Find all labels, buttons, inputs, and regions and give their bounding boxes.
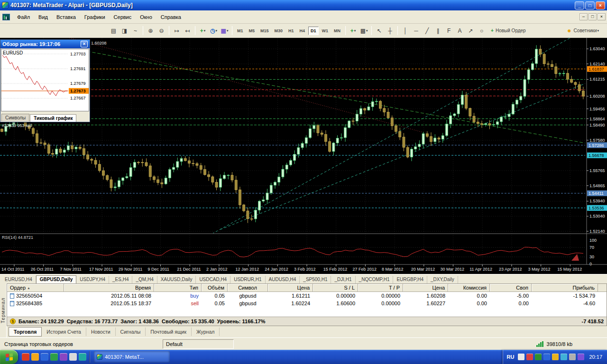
add-indicator-button[interactable]: +▾ — [348, 26, 358, 36]
arrow-tools-button[interactable]: ↗ — [466, 26, 476, 36]
terminal-tab-news[interactable]: Новости — [86, 328, 116, 336]
chart-tab-audusd-h4[interactable]: AUDUSD,H4 — [266, 276, 300, 283]
timeframe-d1[interactable]: D1 — [308, 27, 319, 35]
templates-button[interactable]: ▦▾ — [220, 26, 230, 36]
terminal-col-time[interactable]: Время — [64, 284, 154, 291]
timeframe-m15[interactable]: M15 — [258, 27, 271, 35]
menu-item-3[interactable]: Графики — [80, 12, 110, 22]
candlestick-chart-button[interactable]: ◨ — [120, 26, 129, 36]
minimize-button[interactable]: _ — [575, 1, 584, 9]
terminal-tab-trade[interactable]: Торговля — [9, 327, 42, 337]
chart-tab-dxy-daily[interactable]: _DXY,Daily — [427, 276, 458, 283]
menu-item-6[interactable]: Справка — [156, 12, 185, 22]
terminal-col-price[interactable]: Цена — [403, 284, 448, 291]
terminal-col-symbol[interactable]: Символ — [228, 284, 268, 291]
menu-item-5[interactable]: Окно — [136, 12, 156, 22]
tray-icon-5[interactable] — [552, 354, 559, 360]
text-label-button[interactable]: A — [455, 26, 465, 36]
channel-button[interactable]: ∥ — [433, 26, 443, 36]
zoom-in-button[interactable]: ⊕ — [146, 26, 156, 36]
chart-tab-sp500-h1[interactable]: _SP500,H1 — [300, 276, 331, 283]
terminal-col-swap[interactable]: Своп — [490, 284, 532, 291]
market-watch-tab-symbols[interactable]: Символы — [1, 114, 29, 121]
timeframe-mn[interactable]: MN — [331, 27, 343, 35]
tray-icon-1[interactable] — [518, 354, 524, 360]
mdi-restore-button[interactable]: □ — [589, 13, 597, 20]
terminal-col-profit[interactable]: Прибыль — [532, 284, 598, 291]
quick-launch-icon-6[interactable] — [69, 353, 77, 361]
taskbar-task-metatrader[interactable]: 401307: MetaT... — [94, 351, 170, 363]
timeframe-m1[interactable]: M1 — [235, 27, 246, 35]
gbpusd-daily-chart[interactable]: RSI(14) 44.87211.630401.621401.612151.60… — [0, 38, 607, 274]
menu-item-1[interactable]: Вид — [34, 12, 52, 22]
terminal-col-order[interactable]: Ордер▲ — [7, 284, 64, 291]
start-button[interactable] — [0, 350, 18, 364]
advisors-button[interactable]: ☻Советники▾ — [563, 26, 602, 36]
chart-tab-gbpusd-daily[interactable]: GBPUSD,Daily — [36, 275, 76, 283]
auto-scroll-button[interactable]: ↦ — [172, 26, 182, 36]
quick-launch-icon-5[interactable] — [60, 353, 67, 361]
terminal-side-caption[interactable]: Терминал — [0, 283, 7, 337]
chart-tab-dji-h1[interactable]: _DJI,H1 — [331, 276, 355, 283]
tray-icon-8[interactable] — [578, 354, 584, 360]
tray-icon-2[interactable] — [526, 354, 533, 360]
periods-button[interactable]: ◷▾ — [209, 26, 219, 36]
chart-tab-eurgbp-h4[interactable]: EURGBP,H4 — [393, 276, 427, 283]
menu-item-4[interactable]: Сервис — [110, 12, 136, 22]
timeframe-w1[interactable]: W1 — [320, 27, 331, 35]
mdi-minimize-button[interactable]: – — [579, 13, 588, 20]
terminal-tab-journal[interactable]: Журнал — [192, 328, 220, 336]
tray-icon-4[interactable] — [543, 354, 550, 360]
chart-tab-qm-h4[interactable]: _QM,H4 — [132, 276, 157, 283]
line-chart-button[interactable]: ~ — [130, 26, 140, 36]
timeframe-m30[interactable]: M30 — [272, 27, 285, 35]
horizontal-line-button[interactable]: ─ — [411, 26, 421, 36]
timeframe-m5[interactable]: M5 — [247, 27, 258, 35]
profile-selector[interactable]: Default — [163, 339, 234, 349]
zoom-out-button[interactable]: ⊖ — [156, 26, 166, 36]
terminal-col-type[interactable]: Тип — [154, 284, 202, 291]
chart-tab-usdcad-h4[interactable]: USDCAD,H4 — [196, 276, 230, 283]
quick-launch-icon-4[interactable] — [50, 353, 58, 361]
tray-icon-3[interactable] — [535, 354, 542, 360]
tray-icon-7[interactable] — [569, 354, 576, 360]
close-button[interactable]: × — [596, 1, 605, 9]
chart-shift-button[interactable]: ↤ — [183, 26, 193, 36]
shapes-button[interactable]: ○ — [477, 26, 487, 36]
timeframe-h1[interactable]: H1 — [286, 27, 296, 35]
chart-system-menu-icon[interactable] — [2, 14, 10, 20]
template-presets-button[interactable]: ▩▾ — [359, 26, 369, 36]
chart-tab-nqcomp-h1[interactable]: _NQCOMP,H1 — [356, 276, 394, 283]
quick-launch-icon-1[interactable] — [22, 353, 29, 361]
tray-icon-6[interactable] — [561, 354, 567, 360]
terminal-col-tp[interactable]: T / P — [358, 284, 403, 291]
quick-launch-icon-2[interactable] — [31, 353, 39, 361]
terminal-tab-mailbox[interactable]: Почтовый ящик — [146, 328, 192, 336]
quick-launch-icon-7[interactable] — [79, 353, 86, 361]
new-order-button[interactable]: +Новый Ордер — [487, 26, 529, 36]
maximize-button[interactable]: □ — [585, 1, 595, 9]
order-row[interactable]: 3256505042012.05.11 08:08buy0.05gbpusd1.… — [7, 292, 607, 300]
chart-tab-usdrur-h1[interactable]: USDRUR,H1 — [230, 276, 265, 283]
chart-tab-es-h4[interactable]: _ES,H4 — [109, 276, 132, 283]
market-watch-window[interactable]: Обзор рынка: 19:17:06 × EURUSD 1.277031.… — [0, 39, 90, 122]
terminal-col-open_price[interactable]: Цена — [268, 284, 313, 291]
quick-launch-icon-3[interactable] — [41, 353, 48, 361]
terminal-col-volume[interactable]: Объём — [202, 284, 228, 291]
chart-tab-xauusd-daily[interactable]: XAUUSD,Daily — [157, 276, 196, 283]
terminal-tab-signals[interactable]: Сигналы — [116, 328, 146, 336]
market-watch-title-bar[interactable]: Обзор рынка: 19:17:06 × — [0, 40, 90, 48]
bar-chart-button[interactable]: ▤ — [109, 26, 119, 36]
vertical-line-button[interactable]: │ — [400, 26, 410, 36]
fibonacci-button[interactable]: F — [444, 26, 454, 36]
tick-chart-panel[interactable]: EURUSD 1.277031.276911.276791.276671.276… — [1, 49, 89, 111]
timeframe-h4[interactable]: H4 — [297, 27, 308, 35]
chart-tab-usdjpy-h4[interactable]: USDJPY,H4 — [76, 276, 109, 283]
menu-item-0[interactable]: Файл — [13, 12, 34, 22]
terminal-tab-account-history[interactable]: История Счета — [42, 328, 86, 336]
indicators-button[interactable]: +▾ — [198, 26, 208, 36]
mdi-close-button[interactable]: × — [598, 13, 606, 20]
chart-area[interactable]: RSI(14) 44.87211.630401.621401.612151.60… — [0, 38, 607, 274]
terminal-col-commission[interactable]: Комиссия — [448, 284, 490, 291]
cursor-button[interactable]: ↖ — [374, 26, 384, 36]
